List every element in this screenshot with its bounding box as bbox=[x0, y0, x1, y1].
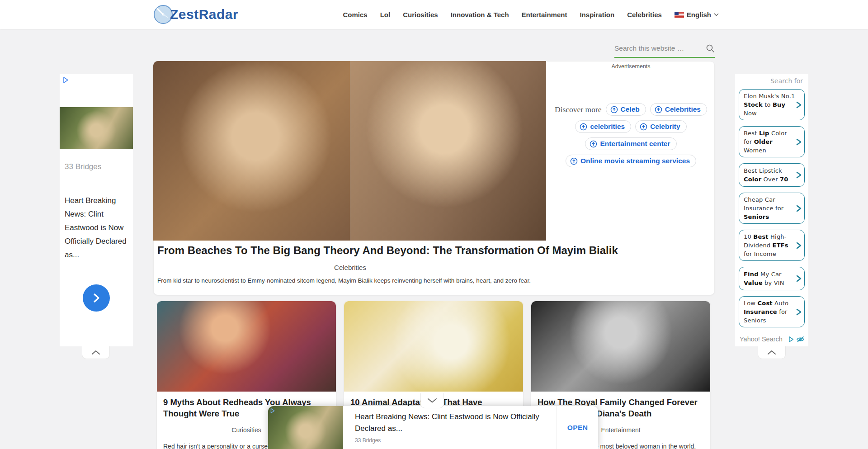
chevron-right-icon bbox=[795, 171, 802, 179]
article-image-princess-diana[interactable] bbox=[531, 301, 710, 392]
left-ad-cta-button[interactable] bbox=[83, 284, 110, 312]
bottom-ad-content: Heart Breaking News: Clint Eastwood is N… bbox=[343, 406, 557, 449]
adchoices-icon[interactable] bbox=[270, 408, 277, 415]
sponsored-link-lipstick-color[interactable]: Best Lipstick Color Over 70 bbox=[739, 163, 805, 187]
top-navigation-bar: ZestRadar Comics Lol Curiosities Innovat… bbox=[0, 0, 868, 29]
ad-attribution: Yahoo! Search bbox=[740, 336, 805, 343]
tag-pill-celebrity[interactable]: Celebrity bbox=[635, 120, 686, 133]
tag-pill-celebrities-lower[interactable]: celebrities bbox=[575, 120, 631, 133]
featured-article-card: From Beaches To The Big Bang Theory And … bbox=[153, 61, 715, 295]
adchoices-icon[interactable] bbox=[62, 76, 70, 84]
sponsored-link-dividend-etfs[interactable]: 10 Best High-Dividend ETFs for Income bbox=[739, 230, 805, 261]
featured-article-excerpt: From kid star to neuroscientist to Emmy-… bbox=[157, 277, 609, 284]
chevron-right-icon bbox=[795, 205, 802, 212]
tag-pill-celeb[interactable]: Celeb bbox=[606, 103, 646, 116]
us-flag-icon bbox=[675, 12, 684, 18]
language-selector[interactable]: English bbox=[675, 11, 719, 19]
tag-pill-entertainment-center[interactable]: Entertainment center bbox=[585, 137, 676, 150]
nav-item-curiosities[interactable]: Curiosities bbox=[403, 11, 438, 19]
open-button[interactable]: OPEN bbox=[567, 424, 588, 432]
site-search bbox=[614, 40, 715, 58]
bottom-ad-advertiser: 33 Bridges bbox=[355, 437, 552, 444]
sponsored-link-low-cost-insurance[interactable]: Low Cost Auto Insurance for Seniors bbox=[739, 296, 805, 327]
search-input[interactable] bbox=[614, 44, 706, 52]
featured-article-category[interactable]: Celebrities bbox=[154, 264, 547, 271]
sponsored-link-elon-musk-stock[interactable]: Elon Musk's No.1 Stock to Buy Now bbox=[739, 89, 805, 120]
photo-adult-mayim bbox=[350, 61, 547, 241]
language-label: English bbox=[687, 11, 711, 19]
hero-right-column: Advertisements Discover more Celeb Celeb… bbox=[547, 61, 715, 295]
bottom-ad-photo-clint-eastwood[interactable] bbox=[268, 406, 343, 449]
right-ad-collapse-tab[interactable] bbox=[758, 346, 786, 359]
chevron-right-icon bbox=[795, 308, 802, 316]
advertisements-label: Advertisements bbox=[547, 63, 715, 70]
discover-more-label: Discover more bbox=[555, 105, 602, 114]
nav-item-celebrities[interactable]: Celebrities bbox=[627, 11, 662, 19]
main-navigation: Comics Lol Curiosities Innovation & Tech… bbox=[343, 11, 719, 19]
left-ad-unit[interactable]: 33 Bridges Heart Breaking News: Clint Ea… bbox=[60, 74, 133, 346]
chevron-down-icon bbox=[714, 13, 719, 16]
page: ZestRadar Comics Lol Curiosities Innovat… bbox=[0, 0, 868, 449]
bottom-ad-open-section: OPEN bbox=[557, 406, 598, 449]
nav-item-innovation-tech[interactable]: Innovation & Tech bbox=[451, 11, 509, 19]
bottom-ad-headline[interactable]: Heart Breaking News: Clint Eastwood is N… bbox=[355, 411, 552, 435]
chevron-right-icon bbox=[795, 242, 802, 249]
yahoo-search-label[interactable]: Yahoo! Search bbox=[740, 336, 783, 343]
hide-ad-eye-icon[interactable] bbox=[796, 336, 805, 343]
featured-article-image-mayim-bialik[interactable] bbox=[153, 61, 546, 241]
tag-pill-online-movie-streaming[interactable]: Online movie streaming services bbox=[566, 155, 696, 167]
article-image-gecko-foot[interactable] bbox=[344, 301, 523, 392]
bottom-sticky-ad: Heart Breaking News: Clint Eastwood is N… bbox=[268, 406, 598, 449]
bottom-ad-collapse-tab[interactable] bbox=[420, 393, 444, 408]
chevron-right-icon bbox=[795, 138, 802, 146]
chevron-right-icon bbox=[795, 275, 802, 282]
search-icon[interactable] bbox=[706, 44, 715, 53]
nav-item-lol[interactable]: Lol bbox=[380, 11, 391, 19]
sponsored-link-car-insurance[interactable]: Cheap Car Insurance for Seniors bbox=[739, 193, 805, 224]
sponsored-link-lip-color[interactable]: Best Lip Color for Older Women bbox=[739, 126, 805, 157]
nav-item-comics[interactable]: Comics bbox=[343, 11, 367, 19]
site-logo[interactable]: ZestRadar bbox=[153, 4, 238, 25]
search-for-label: Search for bbox=[739, 76, 805, 89]
adchoices-icon[interactable] bbox=[788, 336, 795, 343]
nav-item-inspiration[interactable]: Inspiration bbox=[580, 11, 614, 19]
site-logo-text: ZestRadar bbox=[170, 7, 238, 22]
chevron-right-icon bbox=[795, 101, 802, 109]
left-ad-collapse-tab[interactable] bbox=[82, 346, 110, 359]
article-image-redhead-woman[interactable] bbox=[157, 301, 336, 392]
nav-item-entertainment[interactable]: Entertainment bbox=[522, 11, 567, 19]
left-ad-photo-clint-eastwood[interactable] bbox=[60, 107, 133, 149]
sponsored-link-car-value-vin[interactable]: Find My Car Value by VIN bbox=[739, 267, 805, 290]
left-ad-headline[interactable]: Heart Breaking News: Clint Eastwood is N… bbox=[65, 194, 129, 262]
discover-more-tags: Discover more Celeb Celebrities celebrit… bbox=[551, 103, 712, 167]
right-ad-unit: Search for Elon Musk's No.1 Stock to Buy… bbox=[735, 74, 808, 346]
tag-pill-celebrities[interactable]: Celebrities bbox=[650, 103, 707, 116]
photo-young-mayim bbox=[153, 61, 350, 241]
left-ad-advertiser: 33 Bridges bbox=[65, 162, 101, 171]
